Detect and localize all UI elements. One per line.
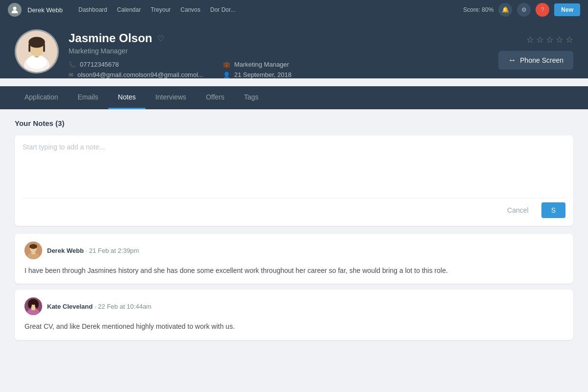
favorite-icon[interactable]: ♡ [157,34,164,43]
nav-cta-button[interactable]: New [554,3,580,16]
svg-point-21 [35,300,39,308]
star-2[interactable]: ☆ [536,34,544,45]
stage-button[interactable]: ↔ Phone Screen [498,51,573,70]
tab-notes[interactable]: Notes [108,86,146,109]
note-separator-2: · [95,303,98,310]
nav-link-calendar[interactable]: Calendar [117,6,141,13]
briefcase-icon: 💼 [223,61,230,68]
note-separator-1: · [86,247,89,254]
candidate-applied-date: 21 September, 2018 [234,71,292,78]
note-card-1: Derek Webb · 21 Feb at 2:39pm I have bee… [15,234,573,284]
svg-point-20 [28,300,32,308]
star-4[interactable]: ☆ [556,34,564,45]
nav-link-dashboard[interactable]: Dashboard [78,6,107,13]
candidate-details: 📞 07712345678 ✉ olson94@gmail.comolson94… [69,61,489,78]
tabs-bar: Application Emails Notes Interviews Offe… [0,86,588,109]
nav-score: Score: 80% [463,6,493,13]
note-date-2: 22 Feb at 10:44am [98,303,151,310]
note-date-1: 21 Feb at 2:39pm [89,247,139,254]
candidate-phone: 07712345678 [80,61,119,68]
email-icon: ✉ [69,72,74,78]
nav-links-container: Dashboard Calendar Treyour Canvos Dor Do… [78,6,457,13]
composer-actions: Cancel S [23,198,565,218]
tab-application[interactable]: Application [15,86,68,109]
nav-notifications-icon[interactable]: 🔔 [498,3,512,17]
candidate-avatar [15,29,59,74]
nav-link-canvos[interactable]: Canvos [180,6,200,13]
nav-right-section: Score: 80% 🔔 ⚙ ? New [463,3,580,17]
candidate-title: Marketing Manager [69,47,489,55]
star-rating: ☆ ☆ ☆ ☆ ☆ [526,34,573,45]
phone-icon: 📞 [69,61,76,68]
profile-header: Jasmine Olson ♡ Marketing Manager 📞 0771… [0,20,588,78]
arrows-icon: ↔ [508,56,516,65]
nav-link-treyour[interactable]: Treyour [150,6,171,13]
nav-user-name: Derek Webb [27,6,63,14]
tab-emails[interactable]: Emails [68,86,108,109]
note-textarea[interactable] [23,143,565,192]
note-header-2: Kate Cleveland · 22 Feb at 10:44am [24,297,564,315]
svg-rect-13 [31,251,35,254]
cancel-button[interactable]: Cancel [499,202,537,218]
profile-actions: ☆ ☆ ☆ ☆ ☆ ↔ Phone Screen [498,29,573,70]
candidate-job-title: Marketing Manager [234,61,289,68]
notes-section-title: Your Notes (3) [15,119,573,127]
candidate-email: olson94@gmail.comolson94@gmail.comol... [77,71,203,78]
note-author-1: Derek Webb [47,247,84,254]
tab-tags[interactable]: Tags [234,86,269,109]
note-author-2: Kate Cleveland [47,303,93,310]
note-meta-2: Kate Cleveland · 22 Feb at 10:44am [47,303,151,310]
candidate-name: Jasmine Olson [69,31,152,45]
star-5[interactable]: ☆ [565,34,573,45]
save-button[interactable]: S [541,202,565,218]
star-1[interactable]: ☆ [526,34,534,45]
person-icon: 👤 [223,72,230,78]
note-avatar-kate [24,297,42,315]
note-composer: Cancel S [15,135,573,226]
note-text-1: I have been through Jasmines history and… [24,265,564,276]
stage-label: Phone Screen [520,56,564,64]
candidate-info: Jasmine Olson ♡ Marketing Manager 📞 0771… [69,29,489,78]
svg-rect-18 [31,307,35,310]
nav-help-icon[interactable]: ? [536,3,549,17]
nav-link-more[interactable]: Dor Dor... [210,6,235,13]
note-card-2: Kate Cleveland · 22 Feb at 10:44am Great… [15,290,573,340]
note-meta-1: Derek Webb · 21 Feb at 2:39pm [47,247,139,254]
note-text-2: Great CV, and like Derek mentioned highl… [24,321,564,332]
note-header-1: Derek Webb · 21 Feb at 2:39pm [24,242,564,259]
svg-rect-9 [43,44,45,52]
svg-point-14 [29,244,37,249]
main-content: Your Notes (3) Cancel S Derek Webb · [0,109,588,392]
nav-settings-icon[interactable]: ⚙ [517,3,531,17]
svg-point-7 [28,37,45,48]
top-navigation: Derek Webb Dashboard Calendar Treyour Ca… [0,0,588,20]
note-avatar-derek [24,242,42,259]
svg-rect-8 [28,44,30,52]
tab-offers[interactable]: Offers [196,86,234,109]
star-3[interactable]: ☆ [546,34,554,45]
svg-point-0 [13,7,17,10]
tab-interviews[interactable]: Interviews [146,86,196,109]
nav-user-avatar [8,3,22,17]
